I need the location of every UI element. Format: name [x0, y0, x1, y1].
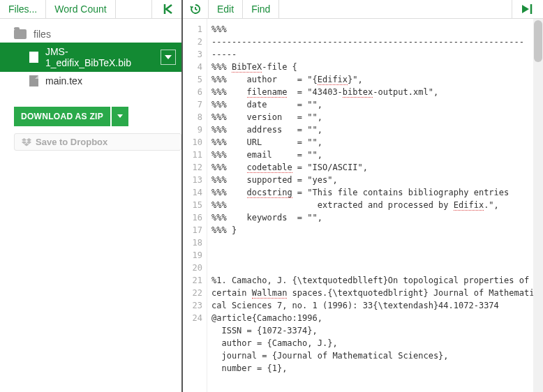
download-zip-button[interactable]: DOWNLOAD AS ZIP: [14, 107, 110, 126]
code-line[interactable]: %%% author = "{Edifix}",: [211, 73, 537, 86]
code-line[interactable]: %%% filename = "43403-bibtex-output.xml"…: [211, 86, 537, 98]
gutter-line: 3: [183, 48, 202, 61]
files-menu-button[interactable]: Files...: [0, 0, 46, 18]
file-icon: [29, 52, 38, 63]
file-icon: [29, 75, 38, 86]
scroll-thumb[interactable]: [534, 20, 542, 62]
dropbox-icon: [22, 138, 31, 146]
code-line[interactable]: %%% BibTeX-file {: [211, 61, 537, 73]
gutter-line: 8: [183, 111, 202, 123]
gutter-line: 19: [183, 249, 202, 262]
code-line[interactable]: %%% docstring = "This file contains bibl…: [211, 186, 537, 199]
code-line[interactable]: %%%: [211, 23, 537, 36]
file-tree: files JMS-1_edifix_BibTeX.bib main.tex: [0, 19, 181, 97]
code-line[interactable]: number = {1},: [211, 362, 537, 375]
gutter-line: 11: [183, 149, 202, 161]
code-line-wrap[interactable]: ----------------------------------------…: [211, 36, 537, 48]
gutter-line: 13: [183, 174, 202, 186]
gutter-line: 24: [183, 312, 202, 324]
gutter-line: 18: [183, 236, 202, 249]
code-line[interactable]: %%% extracted and processed by Edifix.",: [211, 199, 537, 211]
code-line[interactable]: [211, 262, 537, 274]
dropbox-label: Save to Dropbox: [36, 137, 107, 147]
gutter-line: 1: [183, 23, 202, 36]
history-button[interactable]: [183, 0, 209, 18]
collapse-right-panel-button[interactable]: [512, 0, 543, 18]
gutter-line: 9: [183, 123, 202, 136]
code-line-wrap[interactable]: -----: [211, 48, 537, 61]
collapse-left-panel-button[interactable]: [151, 0, 181, 18]
files-panel: Files... Word Count files JMS-1_edifix_B…: [0, 0, 183, 392]
code-line[interactable]: %%% version = "",: [211, 111, 537, 123]
gutter-line: 23: [183, 299, 202, 312]
code-line[interactable]: journal = {Journal of Mathematical Scien…: [211, 349, 537, 362]
gutter-line: 14: [183, 186, 202, 199]
code-line[interactable]: %%% date = "",: [211, 98, 537, 111]
code-line[interactable]: %%% codetable = "ISO/ASCII",: [211, 161, 537, 174]
chevron-collapse-right-icon: [521, 3, 535, 15]
file-row-main[interactable]: main.tex: [0, 72, 181, 90]
folder-root-label: files: [34, 29, 51, 40]
code-line[interactable]: %%% keywords = "",: [211, 211, 537, 224]
file-name: main.tex: [45, 75, 82, 86]
word-count-button[interactable]: Word Count: [46, 0, 115, 18]
editor-panel: Edit Find 123456789101112131415161718192…: [183, 0, 543, 392]
gutter-line: 12: [183, 161, 202, 174]
code-editor[interactable]: 123456789101112131415161718192021222324 …: [183, 19, 543, 392]
gutter: 123456789101112131415161718192021222324: [183, 19, 207, 392]
gutter-line: 15: [183, 199, 202, 211]
code-line[interactable]: ISSN = {1072-3374},: [211, 324, 537, 337]
edit-menu-button[interactable]: Edit: [209, 0, 243, 18]
code-line[interactable]: %%% URL = "",: [211, 136, 537, 149]
code-line[interactable]: %1. Camacho, J. {\textquotedblleft}On to…: [211, 274, 537, 312]
code-line[interactable]: author = {Camacho, J.},: [211, 337, 537, 349]
code-line[interactable]: %%% email = "",: [211, 149, 537, 161]
code-line[interactable]: %%% address = "",: [211, 123, 537, 136]
gutter-line: 2: [183, 36, 202, 48]
gutter-line: 17: [183, 224, 202, 236]
chevron-collapse-left-icon: [161, 3, 173, 15]
gutter-line: 16: [183, 211, 202, 224]
code-line[interactable]: [211, 249, 537, 262]
gutter-line: 22: [183, 287, 202, 299]
download-row: DOWNLOAD AS ZIP: [14, 107, 181, 126]
gutter-line: 20: [183, 262, 202, 274]
file-row-menu-button[interactable]: [161, 50, 176, 65]
code-line[interactable]: @article{Camacho:1996,: [211, 312, 537, 324]
code-line[interactable]: %%% }: [211, 224, 537, 236]
caret-down-icon: [117, 114, 123, 119]
chevron-down-icon: [165, 54, 172, 60]
left-toolbar: Files... Word Count: [0, 0, 181, 19]
folder-root[interactable]: files: [0, 26, 181, 43]
folder-icon: [14, 29, 27, 39]
history-icon: [190, 3, 201, 15]
gutter-line: 4: [183, 61, 202, 73]
save-to-dropbox-button[interactable]: Save to Dropbox: [14, 133, 181, 151]
code-line[interactable]: [211, 236, 537, 249]
gutter-line: 21: [183, 274, 202, 287]
file-name: JMS-1_edifix_BibTeX.bib: [45, 46, 154, 68]
code-content[interactable]: %%%-------------------------------------…: [207, 19, 543, 392]
gutter-line: 10: [183, 136, 202, 149]
gutter-line: 6: [183, 86, 202, 98]
code-line[interactable]: %%% supported = "yes",: [211, 174, 537, 186]
gutter-line: 5: [183, 73, 202, 86]
right-toolbar: Edit Find: [183, 0, 543, 19]
scrollbar[interactable]: [533, 19, 543, 392]
find-button[interactable]: Find: [243, 0, 279, 18]
file-row-bib[interactable]: JMS-1_edifix_BibTeX.bib: [0, 43, 181, 72]
download-dropdown-button[interactable]: [112, 107, 128, 126]
gutter-line: 7: [183, 98, 202, 111]
